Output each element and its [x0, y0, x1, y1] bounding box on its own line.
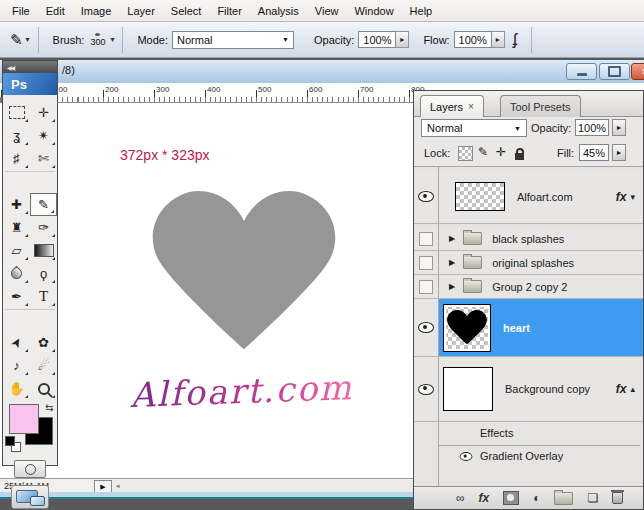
fill-field[interactable]: 45% [579, 144, 609, 161]
group-name[interactable]: Group 2 copy 2 [492, 281, 567, 293]
new-group-icon[interactable] [554, 492, 573, 505]
layer-thumbnail[interactable] [443, 367, 493, 411]
menu-help[interactable]: Help [402, 2, 441, 20]
layer-mask-icon[interactable] [503, 491, 519, 505]
visibility-toggle[interactable] [414, 275, 439, 298]
minimize-button[interactable] [566, 63, 597, 80]
fx-icon[interactable]: fx [616, 190, 627, 204]
opacity-spinner[interactable]: ▸ [612, 119, 626, 136]
brush-tool[interactable]: ✎ [30, 193, 57, 216]
menu-window[interactable]: Window [346, 2, 401, 20]
quick-mask-button[interactable] [14, 460, 46, 478]
group-name[interactable]: black splashes [492, 233, 564, 245]
custom-shape-tool[interactable]: ✿ [30, 331, 57, 354]
tab-layers[interactable]: Layers × [420, 95, 484, 117]
group-row-group2-copy2[interactable]: ▶ Group 2 copy 2 [414, 275, 643, 299]
layer-name[interactable]: Alfoart.com [517, 191, 573, 203]
lock-all-icon[interactable] [515, 153, 524, 160]
chevron-up-icon[interactable]: ▴ [630, 384, 635, 394]
pen-tool[interactable]: ✒ [3, 285, 30, 308]
eyedropper-tool[interactable]: ☄ [30, 354, 57, 377]
type-tool[interactable]: T [30, 285, 57, 308]
layer-row-heart-selected[interactable]: heart [414, 299, 643, 357]
menu-analysis[interactable]: Analysis [250, 2, 307, 20]
clone-stamp-tool[interactable]: ♜ [3, 216, 30, 239]
layer-blend-mode-select[interactable]: Normal ▼ [421, 119, 527, 137]
eraser-tool[interactable]: ▱ [3, 239, 30, 262]
document-titlebar[interactable]: /8) ✕ [0, 60, 644, 83]
maximize-button[interactable] [599, 63, 630, 80]
layer-name[interactable]: heart [503, 322, 530, 334]
new-layer-icon[interactable]: ❏ [587, 491, 598, 505]
blur-tool[interactable] [3, 262, 30, 285]
close-icon[interactable]: × [468, 101, 474, 112]
layer-thumbnail[interactable] [455, 182, 505, 211]
opacity-field[interactable]: 100% [358, 31, 396, 48]
scroll-left-icon[interactable]: ◂ [116, 482, 120, 490]
layer-row-alfoart[interactable]: Alfoart.com fx ▾ [414, 170, 643, 224]
path-selection-tool[interactable]: ➤ [3, 331, 30, 354]
gradient-tool[interactable] [30, 239, 57, 262]
audio-annotation-tool[interactable]: ♪ [3, 354, 30, 377]
tab-tool-presets[interactable]: Tool Presets [500, 95, 581, 117]
close-button[interactable]: ✕ [631, 63, 644, 80]
layer-name[interactable]: Background copy [505, 383, 590, 395]
adjustment-layer-icon[interactable]: ◐ [533, 491, 540, 505]
flow-spinner[interactable]: ▸ [492, 31, 505, 48]
flow-field[interactable]: 100% [454, 31, 492, 48]
fill-spinner[interactable]: ▸ [612, 144, 626, 161]
visibility-toggle[interactable] [414, 227, 439, 250]
swap-colors-icon[interactable]: ⇆ [45, 402, 53, 413]
effect-name[interactable]: Gradient Overlay [480, 450, 563, 462]
expand-icon[interactable]: ▶ [449, 282, 455, 291]
visibility-toggle[interactable] [414, 357, 439, 421]
expand-icon[interactable]: ▶ [449, 234, 455, 243]
group-name[interactable]: original splashes [492, 257, 574, 269]
layer-style-icon[interactable]: fx [479, 491, 490, 505]
history-brush-tool[interactable]: ✑ [30, 216, 57, 239]
move-tool[interactable]: ✛ [30, 101, 57, 124]
group-row-black-splashes[interactable]: ▶ black splashes [414, 227, 643, 251]
delete-layer-icon[interactable] [612, 492, 623, 504]
lock-transparency-icon[interactable] [458, 146, 473, 161]
visibility-toggle[interactable] [414, 170, 439, 223]
zoom-tool[interactable] [30, 377, 57, 400]
visibility-toggle[interactable] [414, 251, 439, 274]
chevron-down-icon[interactable]: ▾ [110, 35, 114, 44]
slice-tool[interactable]: ✄ [30, 147, 57, 170]
opacity-spinner[interactable]: ▸ [396, 31, 409, 48]
lasso-tool[interactable]: ʓ [3, 124, 30, 147]
toolbox-collapse-bar[interactable]: ◀◀ [3, 61, 57, 73]
menu-layer[interactable]: Layer [119, 2, 163, 20]
layer-row-background-copy[interactable]: Background copy fx ▴ [414, 357, 643, 422]
menu-select[interactable]: Select [163, 2, 210, 20]
tool-preset-picker[interactable]: ✎ ▾ [10, 31, 30, 49]
menu-file[interactable]: File [4, 2, 38, 20]
magic-wand-tool[interactable]: ✴ [30, 124, 57, 147]
visibility-toggle[interactable] [414, 299, 439, 356]
blend-mode-select[interactable]: Normal ▼ [172, 31, 294, 49]
link-layers-icon[interactable]: ∞ [456, 491, 465, 505]
chevron-down-icon[interactable]: ▾ [630, 192, 635, 202]
dodge-burn-tool[interactable]: ϙ [30, 262, 57, 285]
lock-paint-icon[interactable]: ✎ [478, 145, 488, 159]
effect-visibility-toggle[interactable] [460, 452, 473, 461]
layer-opacity-field[interactable]: 100% [575, 119, 609, 136]
brush-size-preview[interactable]: 300 [90, 33, 105, 47]
default-colors-icon[interactable] [5, 436, 21, 452]
crop-tool[interactable]: ♯ [3, 147, 30, 170]
rectangular-marquee-tool[interactable] [3, 101, 30, 124]
menu-edit[interactable]: Edit [38, 2, 73, 20]
screen-mode-button[interactable] [11, 485, 49, 509]
foreground-color-swatch[interactable] [9, 404, 39, 434]
group-row-original-splashes[interactable]: ▶ original splashes [414, 251, 643, 275]
expand-icon[interactable]: ▶ [449, 258, 455, 267]
hand-tool[interactable]: ✋ [3, 377, 30, 400]
lock-position-icon[interactable]: ✛ [496, 145, 506, 159]
healing-brush-tool[interactable]: ✚ [3, 193, 30, 216]
menu-view[interactable]: View [307, 2, 347, 20]
menu-filter[interactable]: Filter [209, 2, 249, 20]
layer-thumbnail[interactable] [443, 304, 491, 352]
menu-image[interactable]: Image [73, 2, 120, 20]
fx-icon[interactable]: fx [616, 382, 627, 396]
